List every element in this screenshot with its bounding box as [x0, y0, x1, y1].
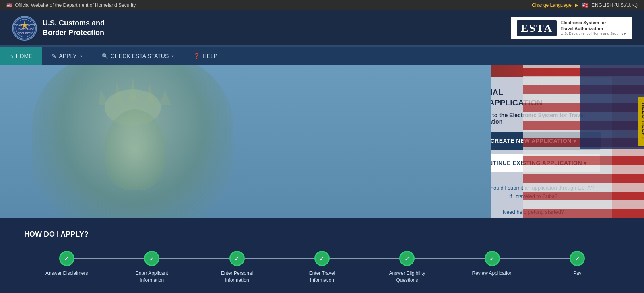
step-circle-1: ✓ [59, 251, 74, 266]
step-1: ✓Answer Disclaimers [24, 251, 109, 277]
checkmark-icon: ✓ [234, 255, 239, 262]
steps-container: ✓Answer Disclaimers✓Enter Applicant Info… [24, 251, 620, 284]
step-7: ✓Pay [535, 251, 620, 277]
step-2: ✓Enter Applicant Information [109, 251, 194, 284]
how-apply-title: HOW DO I APPLY? [24, 230, 620, 239]
agency-name: U.S. Customs and Border Protection [43, 19, 105, 37]
svg-text:SECURITY: SECURITY [17, 32, 32, 35]
step-label-4: Enter Travel Information [300, 270, 344, 284]
how-apply-section: HOW DO I APPLY? ✓Answer Disclaimers✓Ente… [0, 218, 644, 293]
language-selector[interactable]: Change Language ▶ 🇺🇸 ENGLISH (U.S./U.K.) [532, 2, 638, 8]
svg-text:HOMELAND: HOMELAND [17, 28, 33, 31]
step-3: ✓Enter Personal Information [194, 251, 279, 284]
navigation: ⌂ HOME ✎ APPLY ▾ 🔍 CHECK ESTA STATUS ▾ ❓… [0, 47, 644, 65]
step-5: ✓Answer Eligibility Questions [365, 251, 450, 284]
step-circle-7: ✓ [570, 251, 585, 266]
checkmark-icon: ✓ [64, 255, 69, 262]
checkmark-icon: ✓ [489, 255, 495, 262]
change-language-label[interactable]: Change Language [532, 2, 572, 8]
esta-logo: ESTA Electronic System for Travel Author… [511, 17, 632, 39]
step-label-3: Enter Personal Information [215, 270, 259, 284]
esta-subtitle: Electronic System for Travel Authorizati… [561, 20, 626, 36]
nav-apply[interactable]: ✎ APPLY ▾ [42, 47, 91, 65]
official-text: Official Website of the Department of Ho… [15, 2, 136, 8]
hero-background [0, 65, 644, 218]
header: DEPARTMENT OF HOMELAND SECURITY U.S. Cus… [0, 10, 644, 47]
check-status-arrow: ▾ [172, 54, 174, 58]
step-label-7: Pay [573, 270, 582, 277]
step-label-6: Review Application [472, 270, 512, 277]
checkmark-icon: ✓ [319, 255, 324, 262]
top-bar: 🇺🇸 Official Website of the Department of… [0, 0, 644, 10]
help-icon: ❓ [193, 53, 200, 59]
svg-marker-10 [159, 89, 171, 105]
language-label: ENGLISH (U.S./U.K.) [592, 2, 638, 8]
official-text-area: 🇺🇸 Official Website of the Department of… [6, 2, 136, 8]
step-circle-2: ✓ [144, 251, 159, 266]
step-label-1: Answer Disclaimers [45, 270, 88, 277]
nav-help[interactable]: ❓ HELP [184, 47, 227, 65]
dhs-seal: DEPARTMENT OF HOMELAND SECURITY [12, 16, 37, 41]
pencil-icon: ✎ [52, 53, 56, 59]
step-circle-3: ✓ [229, 251, 245, 266]
step-label-2: Enter Applicant Information [130, 270, 174, 284]
apply-arrow: ▾ [80, 54, 82, 58]
nav-check-status[interactable]: 🔍 CHECK ESTA STATUS ▾ [92, 47, 184, 65]
home-icon: ⌂ [10, 53, 13, 59]
change-language-arrow: ▶ [575, 2, 578, 8]
step-circle-4: ✓ [314, 251, 330, 266]
checkmark-icon: ✓ [149, 255, 155, 262]
step-circle-5: ✓ [399, 251, 415, 266]
checkmark-icon: ✓ [575, 255, 580, 262]
hero-section: OFFICIAL ESTA APPLICATION Welcome to the… [0, 65, 644, 218]
esta-brand: ESTA [521, 22, 553, 34]
need-help-button[interactable]: NEED HELP? [638, 97, 644, 146]
search-icon: 🔍 [101, 53, 108, 59]
step-label-5: Answer Eligibility Questions [385, 270, 429, 284]
flag-icon: 🇺🇸 [582, 2, 588, 8]
step-circle-6: ✓ [485, 251, 500, 266]
dhs-flag: 🇺🇸 [6, 2, 12, 8]
checkmark-icon: ✓ [405, 255, 410, 262]
step-4: ✓Enter Travel Information [279, 251, 364, 284]
logo-area: DEPARTMENT OF HOMELAND SECURITY U.S. Cus… [12, 16, 105, 41]
nav-home[interactable]: ⌂ HOME [0, 47, 42, 65]
step-6: ✓Review Application [450, 251, 535, 277]
